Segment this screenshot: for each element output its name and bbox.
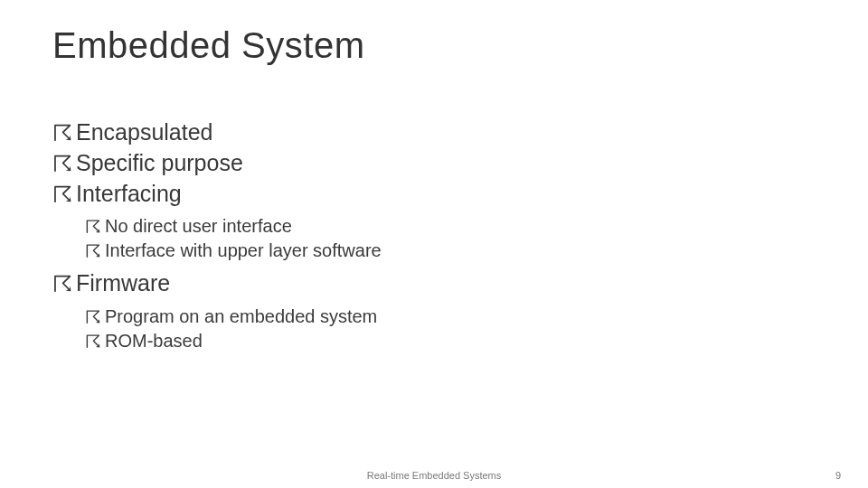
bullet-icon: ☈ xyxy=(52,149,72,180)
bullet-icon: ☈ xyxy=(85,215,101,239)
bullet-icon: ☈ xyxy=(52,118,72,149)
bullet-text: Encapsulated xyxy=(76,117,213,148)
bullet-text: Firmware xyxy=(76,268,170,299)
bullet-text: Specific purpose xyxy=(76,148,243,179)
bullet-text: Program on an embedded system xyxy=(105,305,377,329)
slide-title: Embedded System xyxy=(52,25,364,66)
bullet-icon: ☈ xyxy=(52,269,72,300)
bullet-item: ☈ Encapsulated xyxy=(52,117,794,148)
bullet-item: ☈ Specific purpose xyxy=(52,148,794,179)
bullet-text: No direct user interface xyxy=(105,214,292,239)
bullet-item: ☈ Interfacing xyxy=(52,179,794,210)
bullet-icon: ☈ xyxy=(85,330,101,354)
bullet-text: ROM-based xyxy=(105,329,203,353)
footer-title: Real-time Embedded Systems xyxy=(0,470,868,481)
sub-bullet-item: ☈ Interface with upper layer software xyxy=(85,239,794,263)
sub-bullet-item: ☈ ROM-based xyxy=(85,329,794,353)
bullet-icon: ☈ xyxy=(85,305,101,330)
slide: Embedded System ☈ Encapsulated ☈ Specifi… xyxy=(0,0,868,488)
sub-bullet-item: ☈ No direct user interface xyxy=(85,214,794,239)
bullet-text: Interface with upper layer software xyxy=(105,239,382,263)
page-number: 9 xyxy=(835,470,841,481)
sub-bullet-item: ☈ Program on an embedded system xyxy=(85,305,794,329)
bullet-icon: ☈ xyxy=(52,180,72,211)
bullet-text: Interfacing xyxy=(76,179,182,210)
bullet-item: ☈ Firmware xyxy=(52,268,794,299)
bullet-icon: ☈ xyxy=(85,239,101,264)
slide-content: ☈ Encapsulated ☈ Specific purpose ☈ Inte… xyxy=(52,117,794,353)
